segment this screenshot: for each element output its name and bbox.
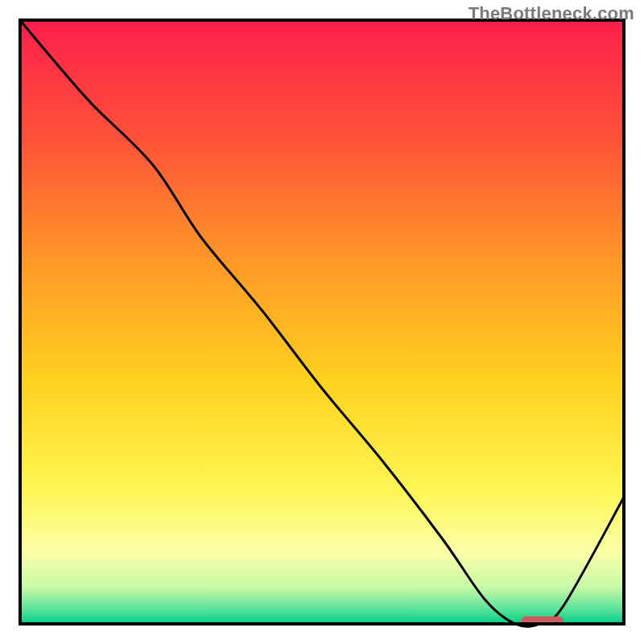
chart-svg [0, 0, 644, 644]
watermark-text: TheBottleneck.com [469, 3, 634, 24]
plot-background [20, 20, 624, 624]
bottleneck-chart: TheBottleneck.com [0, 0, 644, 644]
